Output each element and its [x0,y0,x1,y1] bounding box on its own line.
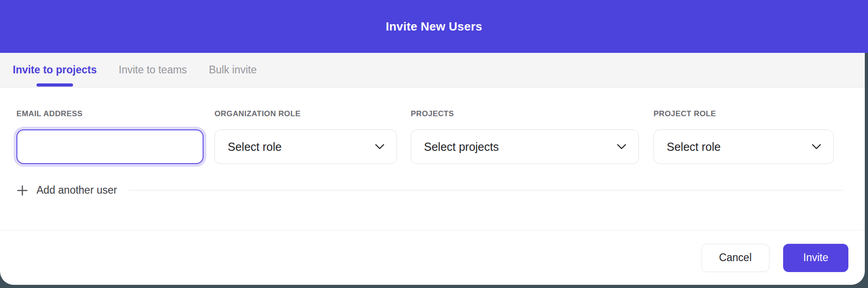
tab-label: Invite to teams [119,64,187,76]
invite-users-dialog: Invite New Users Invite to projects Invi… [0,0,868,288]
tab-bulk-invite[interactable]: Bulk invite [209,53,257,87]
tab-label: Invite to projects [13,64,97,76]
tab-bar: Invite to projects Invite to teams Bulk … [0,53,865,87]
invite-button[interactable]: Invite [783,244,848,272]
email-address-input[interactable] [16,129,204,164]
chevron-down-icon [375,144,385,150]
project-role-group: PROJECT ROLE Select role [654,109,834,164]
row-divider-line [129,190,843,190]
user-row: EMAIL ADDRESS ORGANIZATION ROLE Select r… [16,109,847,164]
cancel-button[interactable]: Cancel [701,244,769,272]
email-field-group: EMAIL ADDRESS [16,109,204,164]
add-another-user-row: Add another user [16,184,847,196]
invite-form: EMAIL ADDRESS ORGANIZATION ROLE Select r… [0,87,865,230]
organization-role-label: ORGANIZATION ROLE [214,109,397,118]
dialog-title: Invite New Users [386,20,482,34]
organization-role-group: ORGANIZATION ROLE Select role [214,109,397,164]
active-tab-indicator [37,83,73,87]
tab-label: Bulk invite [209,64,257,76]
dialog-footer: Cancel Invite [0,231,865,285]
projects-value: Select projects [424,140,499,154]
plus-icon[interactable] [16,185,28,196]
chevron-down-icon [811,144,821,150]
organization-role-select[interactable]: Select role [214,129,397,164]
project-role-label: PROJECT ROLE [654,109,834,118]
projects-group: PROJECTS Select projects [411,109,639,164]
projects-label: PROJECTS [411,109,639,118]
tab-invite-to-teams[interactable]: Invite to teams [119,53,187,87]
chevron-down-icon [617,144,627,150]
organization-role-value: Select role [228,140,282,154]
add-another-user-button[interactable]: Add another user [37,184,117,196]
projects-select[interactable]: Select projects [411,129,639,164]
project-role-select[interactable]: Select role [654,129,834,164]
email-address-label: EMAIL ADDRESS [16,109,204,118]
project-role-value: Select role [667,140,721,154]
dialog-header: Invite New Users [0,0,868,53]
tab-invite-to-projects[interactable]: Invite to projects [13,53,97,87]
dialog-body: Invite to projects Invite to teams Bulk … [0,53,865,285]
